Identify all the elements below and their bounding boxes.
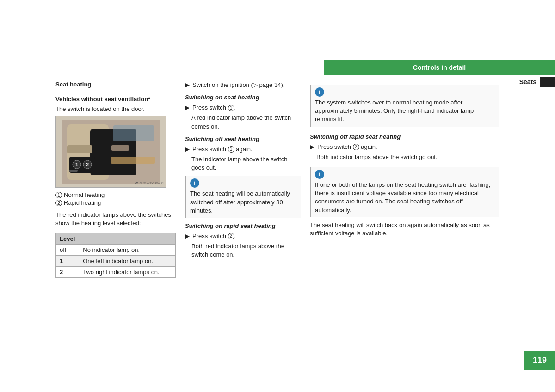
bullet-arrow: ▶ [185,81,190,88]
legend: 1 Normal heating 2 Rapid heating [56,191,176,206]
ignition-step: ▶ Switch on the ignition (▷ page 34). [185,81,301,89]
switching-on-header: Switching on seat heating [185,94,301,101]
circle-2: 2 [228,233,234,239]
seats-label: Seats [519,78,536,86]
level-off-desc: No indicator lamp on. [79,245,176,256]
svg-text:1: 1 [75,162,78,167]
table-row: 2 Two right indicator lamps on. [56,267,176,278]
switchback-text: The seat heating will switch back on aga… [310,221,500,238]
info-icon-1: i [190,178,199,188]
rapid-on-text: Press switch 2. [192,232,236,240]
switching-on-rapid-header: Switching on rapid seat heating [185,222,301,229]
bullet-arrow-5: ▶ [310,143,314,150]
table-col2-header [79,233,176,245]
svg-rect-11 [67,145,92,153]
rapid-on-sub: Both red indicator lamps above the switc… [191,242,301,259]
level-table: Level off No indicator lamp on. 1 One le… [56,233,176,278]
indicator-desc: The red indicator lamps above the switch… [56,211,176,227]
level-2: 2 [56,267,79,278]
bullet-arrow-3: ▶ [185,146,190,153]
switch-on-text: Press switch 1. [192,104,236,112]
table-row: off No indicator lamp on. [56,245,176,256]
ignition-text: Switch on the ignition (▷ page 34). [192,81,284,89]
info-icon-3: i [315,170,324,179]
bullet-arrow-4: ▶ [185,233,190,239]
table-row: 1 One left indicator lamp on. [56,256,176,267]
level-off: off [56,245,79,256]
rapid-on-step: ▶ Press switch 2. [185,232,301,240]
switch-off-text: Press switch 1 again. [192,145,253,153]
legend-num-1: 1 [56,192,62,198]
info-box-auto-off: i The seat heating will be automatically… [185,176,301,218]
image-label: P54.25-3200-31 [134,181,164,185]
section-title: Seat heating [56,81,176,90]
rapid-off-sub: Both indicator lamps above the switch go… [316,153,500,161]
right-column: i The system switches over to normal hea… [310,81,500,355]
legend-text-1: Normal heating [64,191,105,198]
legend-text-2: Rapid heating [64,199,101,206]
controls-detail-title: Controls in detail [324,60,555,75]
circle-2b: 2 [353,144,359,150]
level-2-desc: Two right indicator lamps on. [79,267,176,278]
legend-item-1: 1 Normal heating [56,191,176,198]
car-image: 1 2 P54.25-3200-31 [56,116,166,188]
legend-item-2: 2 Rapid heating [56,199,176,206]
level-1-desc: One left indicator lamp on. [79,256,176,267]
rapid-off-step: ▶ Press switch 2 again. [310,143,500,151]
info-icon-2: i [315,87,324,97]
bullet-arrow-2: ▶ [185,104,190,111]
rapid-off-header: Switching off rapid seat heating [310,133,500,140]
circle-1b: 1 [228,146,234,153]
circle-1: 1 [228,105,234,111]
left-column: Seat heating Vehicles without seat venti… [56,81,176,355]
svg-rect-8 [69,170,78,172]
switch-off-step: ▶ Press switch 1 again. [185,145,301,153]
table-col1-header: Level [56,233,79,245]
switching-off-header: Switching off seat heating [185,135,301,142]
info-text-auto-off: The seat heating will be automatically s… [190,190,297,215]
svg-rect-12 [113,125,154,141]
svg-rect-9 [111,145,130,151]
car-image-inner: 1 2 [56,116,166,187]
info-box-normal-mode: i The system switches over to normal hea… [310,85,500,127]
switch-location-text: The switch is located on the door. [56,105,176,112]
legend-num-2: 2 [56,200,62,206]
vehicles-subtitle: Vehicles without seat ventilation* [56,96,176,103]
info-text-flashing: If one or both of the lamps on the seat … [315,181,496,214]
main-content: Seat heating Vehicles without seat venti… [56,81,500,355]
switch-on-step: ▶ Press switch 1. [185,104,301,112]
level-1: 1 [56,256,79,267]
seats-black-block [540,77,555,87]
info-text-normal-mode: The system switches over to normal heati… [315,98,496,124]
middle-column: ▶ Switch on the ignition (▷ page 34). Sw… [185,81,301,355]
svg-text:2: 2 [86,162,89,167]
switch-off-sub: The indicator lamp above the switch goes… [191,155,301,172]
page-number: 119 [524,351,555,370]
info-box-flashing: i If one or both of the lamps on the sea… [310,167,500,217]
svg-rect-10 [111,157,155,164]
car-interior-svg: 1 2 [62,120,160,184]
switch-on-sub: A red indicator lamp above the switch co… [191,114,301,130]
rapid-off-text: Press switch 2 again. [317,143,377,151]
